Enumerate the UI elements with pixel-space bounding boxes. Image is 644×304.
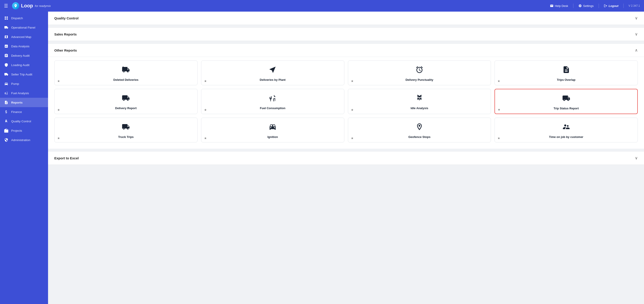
sidebar-label-seller-trip-audit: Seller Trip Audit (11, 73, 32, 76)
settings-label: Settings (583, 4, 594, 7)
loading-audit-icon (4, 63, 8, 67)
sidebar-label-quality-control: Quality Control (11, 120, 31, 123)
svg-point-5 (272, 125, 273, 127)
sales-reports-section-title: Sales Reports (54, 32, 77, 36)
delivery-audit-icon (4, 53, 8, 58)
truck-trips-star[interactable]: ★ (57, 136, 60, 140)
sidebar-item-projects[interactable]: Projects (0, 126, 48, 135)
logo-sub: for readymix (35, 4, 51, 7)
section-gap1 (48, 25, 644, 27)
sidebar-item-data-analysis[interactable]: Data Analysis (0, 41, 48, 51)
nav-divider1 (573, 3, 574, 8)
sidebar-label-administration: Administration (11, 138, 30, 142)
sidebar-item-finance[interactable]: Finance (0, 107, 48, 116)
delivery-punctuality-icon (416, 66, 424, 75)
card-trips-overlap[interactable]: Trips Overlap ★ (494, 60, 638, 85)
fuel-analysis-icon (4, 91, 8, 95)
ignition-icon (268, 123, 277, 133)
sidebar-label-dispatch: Dispatch (11, 16, 23, 20)
projects-icon (4, 128, 8, 133)
trip-status-report-label: Trip Status Report (554, 107, 579, 110)
sidebar-label-pump: Pump (11, 82, 19, 85)
card-truck-trips[interactable]: Truck Trips ★ (54, 118, 198, 142)
deleted-deliveries-label: Deleted Deliveries (113, 78, 138, 81)
card-delivery-report[interactable]: Delivery Report ★ (54, 89, 198, 114)
quality-control-section-header[interactable]: Quality Control ∨ (48, 11, 644, 25)
geofence-stops-icon (416, 123, 424, 133)
truck-trips-label: Truck Trips (118, 135, 134, 139)
deleted-deliveries-icon (122, 66, 130, 75)
card-ignition[interactable]: Ignition ★ (201, 118, 344, 142)
data-analysis-icon (4, 44, 8, 48)
geofence-stops-star[interactable]: ★ (351, 136, 354, 140)
ignition-star[interactable]: ★ (204, 136, 207, 140)
sidebar-item-reports[interactable]: Reports (0, 98, 48, 107)
deliveries-by-plant-label: Deliveries by Plant (260, 78, 286, 81)
trips-overlap-icon (562, 66, 570, 75)
hamburger-menu[interactable]: ☰ (4, 3, 8, 8)
card-delivery-punctuality[interactable]: Delivery Punctuality ★ (348, 60, 491, 85)
time-on-job-star[interactable]: ★ (498, 136, 500, 140)
deliveries-by-plant-star[interactable]: ★ (204, 79, 207, 83)
sales-reports-section-header[interactable]: Sales Reports ∨ (48, 27, 644, 41)
logout-label: Logout (609, 4, 618, 7)
fuel-consumption-star[interactable]: ★ (204, 108, 207, 112)
quality-control-icon (4, 119, 8, 123)
time-on-job-icon (562, 123, 570, 133)
delivery-punctuality-star[interactable]: ★ (351, 79, 354, 83)
help-desk-button[interactable]: Help Desk (550, 4, 568, 7)
advanced-map-icon (4, 34, 8, 39)
trips-overlap-star[interactable]: ★ (498, 79, 500, 83)
card-deliveries-by-plant[interactable]: Deliveries by Plant ★ (201, 60, 344, 85)
fuel-consumption-icon (268, 94, 277, 104)
trip-status-report-star[interactable]: ★ (498, 108, 500, 111)
svg-rect-0 (5, 16, 6, 18)
sidebar-item-seller-trip-audit[interactable]: Seller Trip Audit (0, 70, 48, 79)
sidebar-item-quality-control[interactable]: Quality Control (0, 116, 48, 126)
sidebar-item-fuel-analysis[interactable]: Fuel Analysis (0, 88, 48, 98)
settings-button[interactable]: Settings (578, 4, 594, 7)
sidebar-item-loading-audit[interactable]: Loading Audit (0, 60, 48, 70)
delivery-report-label: Delivery Report (115, 106, 136, 110)
sidebar: Dispatch Operational Panel Advanced Map … (0, 11, 48, 304)
export-to-excel-section-title: Export to Excel (54, 156, 79, 160)
delivery-report-star[interactable]: ★ (57, 108, 60, 112)
logo-icon (12, 2, 19, 9)
help-desk-label: Help Desk (555, 4, 568, 7)
sidebar-item-dispatch[interactable]: Dispatch (0, 13, 48, 23)
top-nav: ☰ Loop for readymix Help Desk Settings L… (0, 0, 644, 11)
export-to-excel-chevron-icon: ∨ (635, 156, 638, 160)
sidebar-item-pump[interactable]: Pump (0, 79, 48, 88)
truck-trips-icon (122, 123, 130, 133)
quality-control-chevron-icon: ∨ (635, 16, 638, 20)
logo: Loop for readymix (12, 2, 51, 9)
card-trip-status-report[interactable]: Trip Status Report ★ (494, 89, 638, 114)
other-reports-chevron-icon: ∧ (635, 48, 638, 53)
card-geofence-stops[interactable]: Geofence Stops ★ (348, 118, 491, 142)
quality-control-section-title: Quality Control (54, 16, 78, 20)
sidebar-item-delivery-audit[interactable]: Delivery Audit (0, 51, 48, 60)
other-reports-cards: Deleted Deliveries ★ Deliveries by Plant… (48, 57, 644, 149)
card-fuel-consumption[interactable]: Fuel Consumption ★ (201, 89, 344, 114)
card-time-on-job[interactable]: Time on job by customer ★ (494, 118, 638, 142)
nav-actions: Help Desk Settings Logout V 2.347.1 (550, 3, 640, 8)
other-reports-section-header[interactable]: Other Reports ∧ (48, 43, 644, 57)
deleted-deliveries-star[interactable]: ★ (57, 79, 60, 83)
sidebar-item-advanced-map[interactable]: Advanced Map (0, 32, 48, 41)
logout-button[interactable]: Logout (604, 4, 618, 7)
sidebar-label-projects: Projects (11, 129, 22, 132)
sidebar-item-administration[interactable]: Administration (0, 135, 48, 145)
reports-icon (4, 100, 8, 105)
trip-status-report-icon (562, 94, 570, 104)
card-deleted-deliveries[interactable]: Deleted Deliveries ★ (54, 60, 198, 85)
export-to-excel-section-header[interactable]: Export to Excel ∨ (48, 151, 644, 165)
version-label: V 2.347.1 (628, 4, 640, 7)
idle-analysis-icon (416, 94, 424, 104)
sidebar-item-operational-panel[interactable]: Operational Panel (0, 23, 48, 32)
sidebar-label-operational-panel: Operational Panel (11, 26, 35, 29)
sidebar-label-delivery-audit: Delivery Audit (11, 54, 30, 57)
sidebar-label-loading-audit: Loading Audit (11, 63, 30, 67)
card-idle-analysis[interactable]: Idle Analysis ★ (348, 89, 491, 114)
idle-analysis-star[interactable]: ★ (351, 108, 354, 112)
layout: Dispatch Operational Panel Advanced Map … (0, 11, 644, 304)
